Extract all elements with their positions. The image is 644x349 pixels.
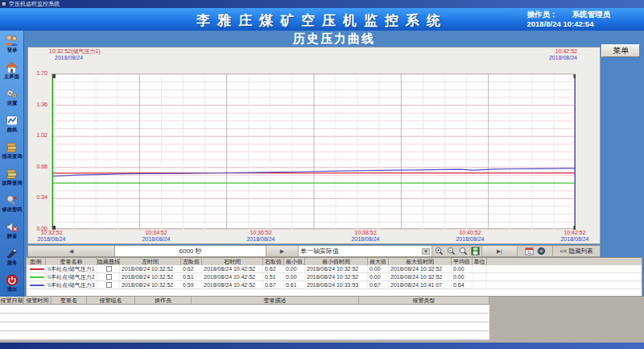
report-query-icon — [5, 141, 19, 153]
curve-table-cell: 0.67 — [368, 281, 389, 289]
curve-table-cell: 0.64 — [452, 281, 473, 289]
hide-curve-checkbox[interactable] — [106, 282, 112, 288]
sidebar-item-label: 修改密码 — [2, 206, 22, 212]
scroll-right-button[interactable]: ▶ — [266, 246, 299, 256]
sidebar-item-settings[interactable]: 设置 — [0, 84, 23, 110]
curve-table-cell: 0.51 — [181, 273, 202, 280]
alarm-table-row[interactable] — [0, 331, 489, 340]
curve-table-header-cell: 右取值 — [263, 258, 284, 265]
curve-table-cell: 0.62 — [181, 265, 202, 272]
alarm-table-header-cell: 报警日期 — [0, 297, 24, 304]
zoom-reset-button[interactable] — [457, 246, 469, 256]
alarm-table-section: 报警日期报警时间变量名报警组名操作员变量描述报警类型 — [0, 297, 644, 343]
sidebar-item-login[interactable]: 登录 — [0, 31, 23, 57]
hide-curve-checkbox[interactable] — [106, 274, 112, 280]
fault-query-icon — [5, 168, 19, 180]
alarm-table-row[interactable] — [0, 305, 489, 314]
app-icon — [2, 2, 6, 6]
right-cursor-label: 10:42:52 2018/08/24 — [549, 48, 577, 61]
curve-table-header-cell: 隐藏曲线 — [97, 258, 120, 265]
sidebar-item-exit[interactable]: 退出 — [0, 270, 23, 297]
scroll-left-button[interactable]: ◀ — [28, 246, 115, 256]
curve-table-header-cell: 最小值时间 — [305, 258, 368, 265]
page-title: 历史压力曲线 — [24, 31, 644, 47]
sidebar-item-label: 服务 — [6, 260, 17, 265]
window-titlebar: 空压机远程监控系统 — [0, 0, 644, 8]
zoom-in-button[interactable] — [433, 246, 445, 256]
value-mode-select[interactable]: 单一轴实际值 ▼ — [299, 246, 432, 256]
calendar-report-button[interactable]: 31 — [523, 246, 535, 256]
alarm-table-row[interactable] — [0, 322, 489, 331]
sidebar-item-report-query[interactable]: 报表查询 — [0, 137, 23, 164]
curve-table-row[interactable]: \\本站点\储气压力12018/08/24 10:32:520.622018/0… — [27, 265, 642, 273]
sidebar-item-label: 静音 — [6, 233, 17, 239]
mute-icon — [5, 221, 19, 233]
curve-table-header-cell: 变量名称 — [46, 258, 97, 265]
operator-name: 系统管理员 — [572, 10, 611, 19]
sidebar-item-curve[interactable]: 曲线 — [0, 110, 23, 137]
curve-table-row[interactable]: \\本站点\储气压力22018/08/24 10:32:520.512018/0… — [27, 273, 642, 281]
print-button[interactable] — [535, 246, 547, 256]
sidebar-item-service[interactable]: 服务 — [0, 243, 23, 270]
chart-panel: 10:32:52(储气压力1) 2018/08/24 10:42:52 2018… — [27, 47, 601, 244]
alarm-table-header-cell: 变量描述 — [192, 297, 359, 304]
y-tick-label: 0.68 — [28, 164, 47, 169]
plot-area[interactable] — [52, 73, 575, 229]
sidebar-item-label: 故障查询 — [2, 180, 22, 185]
sidebar-item-label: 退出 — [6, 286, 17, 292]
hide-curve-checkbox[interactable] — [106, 266, 112, 272]
sidebar-item-mute[interactable]: 静音 — [0, 217, 23, 243]
alarm-table-header-cell: 报警组名 — [87, 297, 135, 304]
sidebar-item-fault-query[interactable]: 故障查询 — [0, 164, 23, 190]
operator-info: 操作员：系统管理员 2018/8/24 10:42:54 — [527, 10, 611, 29]
curve-table-cell: 0.00 — [284, 273, 305, 280]
menu-button[interactable]: 菜单 — [601, 44, 640, 57]
hide-list-button[interactable]: << 隐藏列表 — [553, 246, 600, 256]
bottom-bar — [0, 343, 644, 349]
legend-line-icon — [30, 268, 44, 270]
cursor-handle[interactable] — [574, 74, 576, 78]
sidebar-item-main-screen[interactable]: 主界面 — [0, 57, 23, 84]
main-area: 历史压力曲线 10:32:52(储气压力1) 2018/08/24 10:42:… — [24, 31, 644, 297]
legend-line-icon — [30, 276, 44, 278]
curve-table-row[interactable]: \\本站点\储气压力32018/08/24 10:32:520.592018/0… — [27, 281, 642, 289]
curve-table-cell — [473, 273, 487, 280]
sidebar-item-change-password[interactable]: 修改密码 — [0, 190, 23, 217]
curve-table-cell: \\本站点\储气压力3 — [46, 281, 97, 289]
y-axis-labels: 1.701.361.020.680.340.00 — [28, 48, 49, 245]
x-tick-label: 10:32:522018/08/24 — [26, 230, 77, 243]
curve-table-cell — [27, 281, 46, 289]
alarm-table-body — [0, 305, 644, 340]
app-header: 李雅庄煤矿空压机监控系统 操作员：系统管理员 2018/8/24 10:42:5… — [0, 8, 644, 31]
sidebar-item-label: 主界面 — [4, 73, 19, 79]
alarm-table-header-cell: 报警类型 — [359, 297, 489, 304]
y-tick-label: 1.02 — [28, 132, 47, 138]
gears-icon — [5, 88, 19, 100]
curve-table-cell: 2018/08/24 10:32:52 — [389, 273, 452, 280]
curve-table-header: 图例变量名称隐藏曲线左时间左取值右时间右取值最小值最小值时间最大值最大值时间平均… — [27, 258, 642, 265]
curve-table-cell: 2018/08/24 10:42:52 — [202, 281, 263, 289]
alarm-table-header: 报警日期报警时间变量名报警组名操作员变量描述报警类型 — [0, 297, 489, 305]
alarm-table-row[interactable] — [0, 314, 489, 322]
cursor-handle[interactable] — [52, 74, 56, 78]
curve-table-header-cell: 右时间 — [202, 258, 263, 265]
curve-table-cell: 2018/08/24 10:32:52 — [305, 265, 368, 272]
curve-table-header-cell: 最大值 — [368, 258, 389, 265]
y-tick-label: 1.36 — [28, 102, 47, 107]
save-button[interactable] — [469, 246, 481, 256]
curve-table-cell: 2018/08/24 10:32:52 — [305, 273, 368, 280]
curve-table-cell: 0.67 — [263, 281, 284, 289]
curve-table-header-cell: 最小值 — [284, 258, 305, 265]
curve-table-cell: 0.61 — [284, 281, 305, 289]
report-print-group: 31 — [518, 246, 553, 256]
zoom-out-button[interactable] — [445, 246, 457, 256]
jump-end-button[interactable]: ▶| — [482, 246, 518, 256]
service-icon — [5, 247, 19, 260]
x-tick-label: 10:42:522018/08/24 — [549, 230, 601, 243]
curve-table-header-cell: 平均值 — [452, 258, 473, 265]
curve-table-cell: \\本站点\储气压力1 — [46, 265, 97, 272]
chevron-down-icon: ▼ — [422, 248, 430, 255]
curve-table-cell: 0.00 — [452, 273, 473, 280]
curve-table-header-cell: 左取值 — [181, 258, 202, 265]
curve-table-header-cell: 单位 — [473, 258, 487, 265]
